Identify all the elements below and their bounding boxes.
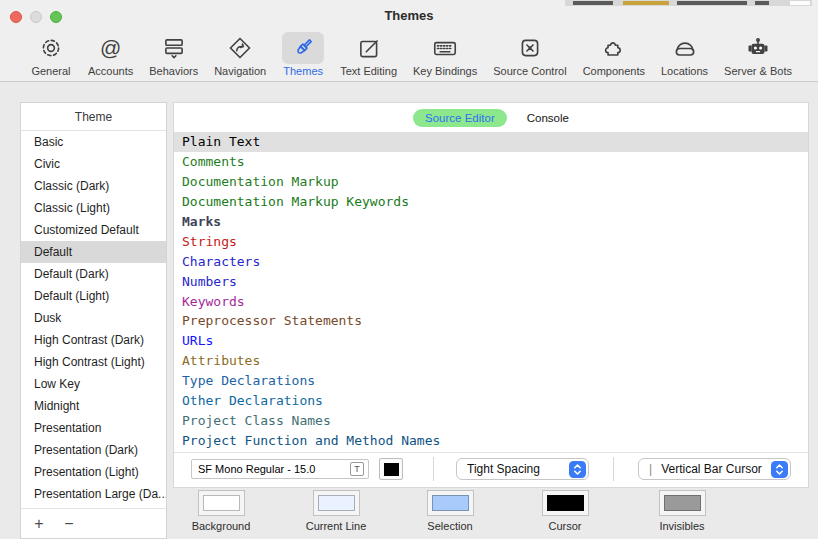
theme-row-civic[interactable]: Civic [21, 153, 166, 175]
toolbar-label: Behaviors [149, 65, 198, 77]
toolbar-item-navigation[interactable]: Navigation [214, 32, 266, 77]
theme-row-high-contrast-light[interactable]: High Contrast (Light) [21, 351, 166, 373]
well-label: Cursor [548, 520, 581, 532]
theme-row-classic-light[interactable]: Classic (Light) [21, 197, 166, 219]
style-row-characters[interactable]: Characters [174, 251, 808, 271]
theme-row-default-dark[interactable]: Default (Dark) [21, 263, 166, 285]
style-row-plain-text[interactable]: Plain Text [174, 132, 808, 152]
line-spacing-value: Tight Spacing [467, 462, 563, 476]
color-swatch [547, 495, 584, 511]
toolbar-item-key-bindings[interactable]: Key Bindings [413, 32, 477, 77]
chevron-up-down-icon [569, 461, 586, 478]
theme-row-high-contrast-dark[interactable]: High Contrast (Dark) [21, 329, 166, 351]
theme-row-basic[interactable]: Basic [21, 131, 166, 153]
color-swatch [432, 495, 469, 511]
window-title: Themes [0, 8, 818, 23]
window-chrome: Themes General @ Accounts Behaviors Navi… [0, 0, 818, 82]
style-row-marks[interactable]: Marks [174, 212, 808, 232]
toolbar-label: Themes [283, 65, 323, 77]
toolbar-label: Text Editing [340, 65, 397, 77]
theme-list-header: Theme [21, 103, 166, 131]
font-field-value: SF Mono Regular - 15.0 [198, 463, 350, 475]
source-control-box-icon [517, 35, 543, 61]
toolbar-label: Accounts [88, 65, 133, 77]
robot-icon [745, 35, 771, 61]
toolbar-label: Navigation [214, 65, 266, 77]
toolbar-label: Components [583, 65, 645, 77]
text-color-swatch [384, 463, 399, 476]
toolbar-item-components[interactable]: Components [583, 32, 645, 77]
current-line-color-well[interactable] [313, 490, 360, 516]
color-swatch [664, 495, 701, 511]
style-row-project-function-method-names[interactable]: Project Function and Method Names [174, 430, 808, 450]
theme-row-default[interactable]: Default [21, 241, 166, 263]
toolbar-item-locations[interactable]: Locations [661, 32, 708, 77]
font-picker-button[interactable]: T [350, 462, 364, 476]
invisibles-color-well[interactable] [659, 490, 706, 516]
gear-icon [38, 35, 64, 61]
cursor-style-popup[interactable]: | Vertical Bar Cursor [638, 458, 791, 480]
style-row-project-class-names[interactable]: Project Class Names [174, 410, 808, 430]
theme-row-dusk[interactable]: Dusk [21, 307, 166, 329]
selection-color-well[interactable] [427, 490, 474, 516]
puzzle-piece-icon [601, 35, 627, 61]
theme-row-low-key[interactable]: Low Key [21, 373, 166, 395]
theme-row-presentation-dark[interactable]: Presentation (Dark) [21, 439, 166, 461]
theme-row-midnight[interactable]: Midnight [21, 395, 166, 417]
style-row-preprocessor-statements[interactable]: Preprocessor Statements [174, 311, 808, 331]
style-row-keywords[interactable]: Keywords [174, 291, 808, 311]
font-controls-row: SF Mono Regular - 15.0 T Tight Spacing |… [174, 453, 808, 488]
style-row-strings[interactable]: Strings [174, 231, 808, 251]
toolbar-item-server-bots[interactable]: Server & Bots [724, 32, 792, 77]
color-swatch [318, 495, 355, 511]
cursor-style-value: Vertical Bar Cursor [661, 462, 765, 476]
chevron-up-down-icon [771, 461, 788, 478]
well-label: Selection [427, 520, 472, 532]
line-spacing-popup[interactable]: Tight Spacing [456, 458, 589, 480]
toolbar-label: Key Bindings [413, 65, 477, 77]
theme-row-customized-default[interactable]: Customized Default [21, 219, 166, 241]
theme-row-default-light[interactable]: Default (Light) [21, 285, 166, 307]
preferences-toolbar: General @ Accounts Behaviors Navigation … [0, 30, 818, 81]
theme-list-sidebar: Theme Basic Civic Classic (Dark) Classic… [20, 102, 167, 539]
vertical-bar-icon: | [649, 462, 652, 476]
theme-row-presentation-light[interactable]: Presentation (Light) [21, 461, 166, 483]
editor-color-wells: Background Current Line Selection Cursor… [0, 490, 818, 539]
toolbar-item-behaviors[interactable]: Behaviors [149, 32, 198, 77]
diamond-arrow-icon [227, 35, 253, 61]
tab-console[interactable]: Console [527, 112, 569, 124]
color-swatch [203, 495, 240, 511]
current-line-color-item: Current Line [286, 490, 386, 532]
toolbar-item-general[interactable]: General [30, 32, 72, 77]
syntax-style-list: Plain Text Comments Documentation Markup… [174, 132, 808, 450]
toolbar-item-themes[interactable]: Themes [282, 32, 324, 77]
selection-color-item: Selection [400, 490, 500, 532]
style-row-documentation-markup[interactable]: Documentation Markup [174, 172, 808, 192]
tab-source-editor[interactable]: Source Editor [413, 109, 507, 127]
stacked-panels-icon [161, 35, 187, 61]
toolbar-label: Locations [661, 65, 708, 77]
style-row-urls[interactable]: URLs [174, 331, 808, 351]
well-label: Background [192, 520, 251, 532]
pencil-square-icon [356, 35, 382, 61]
cursor-color-well[interactable] [542, 490, 589, 516]
paintbrush-icon [290, 35, 316, 61]
font-field[interactable]: SF Mono Regular - 15.0 T [191, 459, 369, 479]
keyboard-icon [431, 35, 459, 61]
theme-row-classic-dark[interactable]: Classic (Dark) [21, 175, 166, 197]
toolbar-label: General [31, 65, 70, 77]
toolbar-item-accounts[interactable]: @ Accounts [88, 32, 133, 77]
style-row-numbers[interactable]: Numbers [174, 271, 808, 291]
text-color-well[interactable] [379, 458, 403, 480]
style-row-comments[interactable]: Comments [174, 152, 808, 172]
cursor-color-item: Cursor [515, 490, 615, 532]
style-row-type-declarations[interactable]: Type Declarations [174, 371, 808, 391]
theme-row-presentation[interactable]: Presentation [21, 417, 166, 439]
style-row-documentation-markup-keywords[interactable]: Documentation Markup Keywords [174, 192, 808, 212]
toolbar-label: Source Control [493, 65, 566, 77]
toolbar-item-source-control[interactable]: Source Control [493, 32, 566, 77]
background-color-well[interactable] [198, 490, 245, 516]
style-row-other-declarations[interactable]: Other Declarations [174, 391, 808, 411]
toolbar-item-text-editing[interactable]: Text Editing [340, 32, 397, 77]
style-row-attributes[interactable]: Attributes [174, 351, 808, 371]
